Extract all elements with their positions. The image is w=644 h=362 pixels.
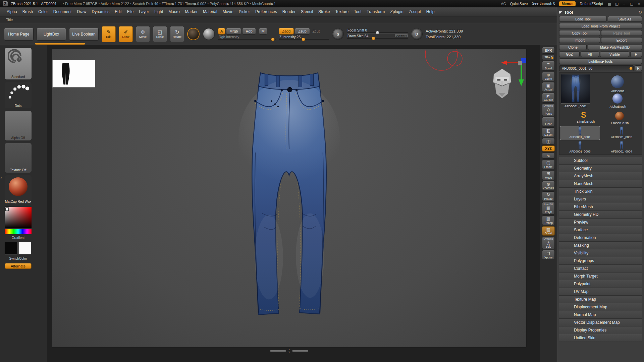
- transp-button[interactable]: ▨ Transp: [542, 216, 555, 225]
- zcut-label[interactable]: Zcut: [311, 29, 321, 33]
- import-button[interactable]: Import: [559, 37, 600, 43]
- menu-item[interactable]: Zplugin: [387, 8, 406, 15]
- goz-visible-button[interactable]: Visible: [600, 51, 629, 57]
- texture-preview-thumbnail[interactable]: [52, 60, 95, 87]
- menu-item[interactable]: Zscript: [406, 8, 424, 15]
- goz-r-button[interactable]: R: [630, 51, 642, 57]
- scroll-down-icon[interactable]: ▼: [288, 351, 290, 353]
- current-material-ball[interactable]: [187, 28, 200, 40]
- draw-size-slider[interactable]: Draw Size 64 Dynamic: [347, 35, 408, 39]
- menu-item[interactable]: Color: [36, 8, 51, 15]
- floor-button[interactable]: ▭ Floor: [542, 117, 555, 127]
- subpalette-row[interactable]: FiberMesh: [559, 203, 642, 211]
- depth-d-badge[interactable]: D: [411, 28, 423, 40]
- load-tools-from-project-button[interactable]: Load Tools From Project: [559, 23, 642, 29]
- subpalette-row[interactable]: Geometry HD: [559, 211, 642, 219]
- main-color-swatch[interactable]: [5, 242, 17, 254]
- scale-mode-button[interactable]: ◱ Scale: [153, 26, 167, 42]
- menu-item[interactable]: Alpha: [4, 8, 20, 15]
- menu-item[interactable]: Help: [424, 8, 437, 15]
- subpalette-row[interactable]: Thick Skin: [559, 188, 642, 195]
- paste-tool-button[interactable]: Paste Tool: [601, 30, 642, 36]
- menu-item[interactable]: Preferences: [253, 8, 280, 15]
- brush-tile-standard[interactable]: Standard: [5, 48, 32, 79]
- subpalette-row[interactable]: Normal Map: [559, 311, 642, 319]
- menu-item[interactable]: Layer: [136, 8, 152, 15]
- menus-button[interactable]: Menus: [559, 1, 576, 6]
- subpalette-row[interactable]: ArrayMesh: [559, 172, 642, 180]
- scroll-arrows[interactable]: ▲ ▼: [288, 348, 290, 353]
- subpalette-row[interactable]: Unified Skin: [559, 334, 642, 342]
- rgb-intensity-slider[interactable]: Rgb Intensity: [218, 36, 276, 40]
- zoom-button[interactable]: ⊕ Zoom: [542, 72, 555, 81]
- frame-button[interactable]: ▢ Frame: [542, 160, 555, 169]
- close-icon[interactable]: ×: [637, 2, 641, 6]
- lightbox-button[interactable]: LightBox: [37, 28, 66, 41]
- rotate3d-button[interactable]: ↻ Rotate: [542, 191, 555, 201]
- alternate-button[interactable]: Alternate: [5, 263, 32, 269]
- spix-handle[interactable]: [551, 57, 553, 59]
- tool-name-slider[interactable]: AFD0001_0001. 50: [559, 65, 634, 71]
- aahalf-button[interactable]: ◩ AAHalf: [542, 93, 555, 103]
- afd0001-sphere-thumbnail[interactable]: [611, 75, 624, 88]
- anchor-a-button[interactable]: A: [218, 28, 225, 35]
- polyf-button[interactable]: Line Fill ▦ PolyF: [542, 202, 555, 215]
- subpalette-row[interactable]: Surface: [559, 226, 642, 234]
- lightbox-divider-bar[interactable]: [35, 43, 85, 45]
- menu-item[interactable]: Draw: [74, 8, 89, 15]
- rotate-mode-button[interactable]: ↻ Rotate: [170, 26, 184, 42]
- subpalette-row[interactable]: Visibility: [559, 249, 642, 257]
- goz-button[interactable]: GoZ: [559, 51, 580, 57]
- secondary-material-ball[interactable]: [203, 28, 215, 40]
- menu-item[interactable]: Movie: [220, 8, 236, 15]
- scroll-bar-left[interactable]: [270, 350, 286, 352]
- panel-reset-icon[interactable]: ↻: [638, 10, 642, 15]
- ghost-button[interactable]: ▧ Ghost: [542, 226, 555, 236]
- hue-strip[interactable]: [5, 229, 32, 234]
- current-tool-thumbnail[interactable]: [561, 74, 590, 104]
- subpalette-row[interactable]: Displacement Map: [559, 303, 642, 311]
- tool-slider-handle[interactable]: [629, 67, 633, 70]
- xpose-button[interactable]: ⇉ Xpose: [542, 250, 555, 260]
- switch-color-tile[interactable]: SwitchColor: [5, 242, 32, 255]
- document-canvas[interactable]: [52, 49, 526, 347]
- color-picker-tile[interactable]: Gradient: [5, 207, 32, 234]
- menu-item[interactable]: Macro: [166, 8, 182, 15]
- scroll-up-icon[interactable]: ▲: [288, 348, 290, 351]
- solo-button[interactable]: Dynamic ◎ Solo: [542, 237, 555, 249]
- mrgb-button[interactable]: Mrgb: [226, 28, 241, 35]
- m-button[interactable]: M: [259, 28, 267, 35]
- subpalette-row[interactable]: Contact: [559, 265, 642, 273]
- subpalette-row[interactable]: Layers: [559, 195, 642, 203]
- subpalette-row[interactable]: Display Properties: [559, 326, 642, 334]
- texture-tile[interactable]: Texture Off: [5, 143, 32, 173]
- focal-shift-handle[interactable]: [376, 31, 379, 35]
- zsub-button[interactable]: Zsub: [295, 28, 310, 35]
- menu-item[interactable]: Tool: [351, 8, 364, 15]
- subpalette-row[interactable]: Geometry: [559, 165, 642, 172]
- stroke-s-badge[interactable]: S: [332, 28, 344, 40]
- copy-tool-button[interactable]: Copy Tool: [559, 30, 600, 36]
- scroll-bar-right[interactable]: [292, 350, 308, 352]
- menu-item[interactable]: Texture: [333, 8, 351, 15]
- subpalette-row[interactable]: NanoMesh: [559, 180, 642, 188]
- jeans-3d-model[interactable]: [220, 68, 358, 325]
- menu-item[interactable]: Render: [280, 8, 298, 15]
- subpalette-row[interactable]: Preview: [559, 219, 642, 226]
- menu-item[interactable]: Dynamics: [89, 8, 112, 15]
- clone-button[interactable]: Clone: [559, 44, 587, 50]
- dynamic-badge[interactable]: Dynamic: [395, 34, 408, 37]
- material-tile-matcap[interactable]: MatCap Red Wax: [5, 175, 32, 204]
- export-button[interactable]: Export: [601, 37, 642, 43]
- xyz-button[interactable]: XYZ: [542, 145, 555, 152]
- move-mode-button[interactable]: ✥ Move: [136, 26, 150, 42]
- alpha-tile[interactable]: Alpha Off: [5, 111, 32, 140]
- spin-button[interactable]: ∿: [542, 153, 555, 159]
- subpalette-row[interactable]: Texture Map: [559, 296, 642, 303]
- z-intensity-handle[interactable]: [302, 38, 305, 41]
- subpalette-row[interactable]: Deformation: [559, 234, 642, 242]
- menu-item[interactable]: Marker: [182, 8, 200, 15]
- bpr-button[interactable]: BPR: [542, 47, 555, 54]
- local-symmetry-button[interactable]: ◫: [542, 138, 555, 144]
- menu-item[interactable]: Edit: [112, 8, 124, 15]
